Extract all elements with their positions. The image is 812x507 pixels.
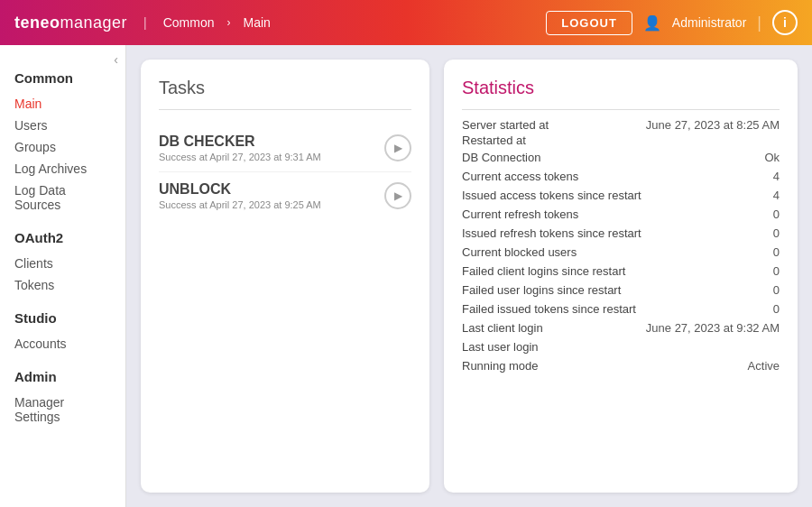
tasks-title: Tasks: [159, 78, 411, 110]
last-client-login-label: Last client login: [462, 321, 543, 335]
server-started-label: Server started at: [462, 118, 549, 132]
task-play-button-db-checker[interactable]: ▶: [384, 134, 411, 161]
stat-value-2: 4: [707, 189, 780, 202]
stat-row-7: Failed user logins since restart 0: [462, 281, 780, 300]
main-content: Tasks DB CHECKER Success at April 27, 20…: [126, 45, 812, 507]
sidebar-item-accounts[interactable]: Accounts: [14, 333, 111, 355]
stat-label-7: Failed user logins since restart: [462, 283, 621, 297]
layout: ‹ Common Main Users Groups Log Archives …: [0, 45, 812, 507]
sidebar-item-tokens[interactable]: Tokens: [14, 274, 111, 296]
stat-label-5: Current blocked users: [462, 245, 577, 259]
sidebar-item-users[interactable]: Users: [14, 115, 111, 136]
restarted-row: Restarted at: [462, 133, 780, 148]
header: teneomanager | Common › Main LOGOUT 👤 Ad…: [0, 0, 812, 45]
sidebar-collapse-button[interactable]: ‹: [114, 52, 118, 67]
task-info: DB CHECKER Success at April 27, 2023 at …: [159, 134, 321, 162]
running-mode-row: Running mode Active: [462, 356, 780, 375]
task-item-db-checker: DB CHECKER Success at April 27, 2023 at …: [159, 124, 411, 172]
server-started-value: June 27, 2023 at 8:25 AM: [646, 118, 780, 132]
task-name: DB CHECKER: [159, 134, 321, 150]
stat-value-8: 0: [707, 302, 780, 316]
admin-label: Administrator: [672, 15, 746, 30]
task-status: Success at April 27, 2023 at 9:31 AM: [159, 152, 321, 162]
sidebar-section-title-oauth2: OAuth2: [14, 230, 111, 245]
last-user-login-label: Last user login: [462, 340, 539, 354]
stat-value-4: 0: [707, 226, 780, 240]
running-mode-value: Active: [707, 359, 780, 373]
breadcrumb-main: Main: [244, 15, 271, 30]
sidebar-section-title-common: Common: [14, 70, 111, 86]
task-name-2: UNBLOCK: [159, 181, 321, 198]
stat-value-6: 0: [707, 264, 780, 278]
logo-bold: teneo: [14, 14, 60, 32]
sidebar-section-studio: Studio Accounts: [0, 310, 125, 355]
task-info-2: UNBLOCK Success at April 27, 2023 at 9:2…: [159, 181, 321, 210]
user-icon: 👤: [643, 14, 661, 32]
logo: teneomanager: [14, 14, 127, 32]
stat-value-7: 0: [707, 283, 780, 297]
stat-value-3: 0: [707, 207, 780, 221]
sidebar-section-oauth2: OAuth2 Clients Tokens: [0, 230, 125, 296]
task-item-unblock: UNBLOCK Success at April 27, 2023 at 9:2…: [159, 172, 411, 219]
stat-row-1: Current access tokens 4: [462, 167, 780, 186]
stat-label-4: Issued refresh tokens since restart: [462, 226, 641, 240]
stat-rows-container: DB Connection Ok Current access tokens 4…: [462, 148, 780, 318]
sidebar-item-main[interactable]: Main: [14, 93, 111, 115]
sidebar-item-clients[interactable]: Clients: [14, 253, 111, 274]
stat-row-0: DB Connection Ok: [462, 148, 780, 167]
sidebar-section-title-admin: Admin: [14, 369, 111, 384]
logout-button[interactable]: LOGOUT: [546, 11, 632, 35]
task-status-2: Success at April 27, 2023 at 9:25 AM: [159, 199, 321, 210]
sidebar-item-log-archives[interactable]: Log Archives: [14, 158, 111, 180]
sidebar-section-admin: Admin Manager Settings: [0, 369, 125, 428]
stat-label-0: DB Connection: [462, 151, 540, 164]
last-client-login-value: June 27, 2023 at 9:32 AM: [646, 321, 780, 335]
logo-light: manager: [60, 14, 128, 32]
tasks-card: Tasks DB CHECKER Success at April 27, 20…: [141, 60, 429, 493]
stat-value-5: 0: [707, 245, 780, 259]
info-button[interactable]: i: [772, 10, 798, 35]
header-right: LOGOUT 👤 Administrator | i: [546, 10, 798, 35]
header-divider-2: |: [757, 14, 761, 32]
stat-label-1: Current access tokens: [462, 170, 578, 183]
stat-row-5: Current blocked users 0: [462, 243, 780, 262]
stat-value-1: 4: [707, 170, 780, 183]
stat-label-2: Issued access tokens since restart: [462, 189, 641, 202]
stat-row-4: Issued refresh tokens since restart 0: [462, 224, 780, 243]
last-user-login-row: Last user login: [462, 337, 780, 356]
statistics-title: Statistics: [462, 78, 780, 110]
sidebar: ‹ Common Main Users Groups Log Archives …: [0, 45, 126, 507]
header-left: teneomanager | Common › Main: [14, 14, 271, 32]
stat-label-8: Failed issued tokens since restart: [462, 302, 636, 316]
statistics-card: Statistics Server started at June 27, 20…: [444, 60, 798, 493]
stat-row-8: Failed issued tokens since restart 0: [462, 300, 780, 318]
sidebar-section-common: Common Main Users Groups Log Archives Lo…: [0, 70, 125, 216]
stat-row-3: Current refresh tokens 0: [462, 205, 780, 224]
last-client-login-row: Last client login June 27, 2023 at 9:32 …: [462, 318, 780, 337]
stat-row-6: Failed client logins since restart 0: [462, 262, 780, 281]
sidebar-item-log-data-sources[interactable]: Log Data Sources: [14, 180, 111, 216]
breadcrumb-common: Common: [163, 15, 215, 30]
restarted-label: Restarted at: [462, 134, 526, 147]
breadcrumb-arrow: ›: [227, 16, 231, 29]
sidebar-section-title-studio: Studio: [14, 310, 111, 326]
stat-row-2: Issued access tokens since restart 4: [462, 186, 780, 205]
stat-label-3: Current refresh tokens: [462, 207, 578, 221]
stat-label-6: Failed client logins since restart: [462, 264, 625, 278]
stat-value-0: Ok: [707, 151, 780, 164]
server-started-row: Server started at June 27, 2023 at 8:25 …: [462, 117, 780, 133]
sidebar-item-manager-settings[interactable]: Manager Settings: [14, 392, 111, 428]
task-play-button-unblock[interactable]: ▶: [384, 182, 411, 209]
running-mode-label: Running mode: [462, 359, 539, 373]
sidebar-item-groups[interactable]: Groups: [14, 136, 111, 158]
breadcrumb-divider: |: [143, 15, 147, 30]
